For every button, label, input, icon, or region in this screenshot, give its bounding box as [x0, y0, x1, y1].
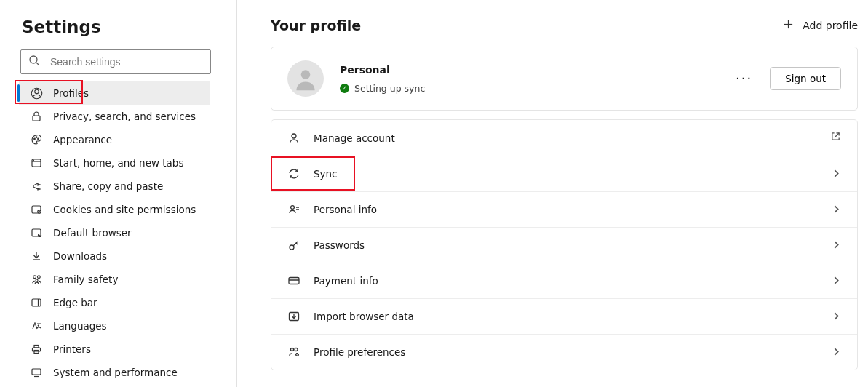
sidebar-item-downloads[interactable]: Downloads: [19, 244, 210, 268]
chevron-right-icon: [832, 274, 841, 288]
cookies-icon: [30, 203, 43, 216]
row-sync[interactable]: Sync: [271, 156, 857, 191]
person-card-icon: [287, 203, 303, 216]
sidebar-item-label: Cookies and site permissions: [53, 204, 196, 215]
sidebar-item-printers[interactable]: Printers: [19, 338, 210, 361]
sidebar-item-edgebar[interactable]: Edge bar: [19, 291, 210, 314]
settings-sidebar: Settings Profiles Privacy, search, and s…: [0, 0, 237, 387]
chevron-right-icon: [832, 239, 841, 252]
svg-point-29: [292, 134, 296, 138]
chevron-right-icon: [832, 310, 841, 324]
svg-rect-4: [33, 116, 40, 121]
profiles-icon: [30, 87, 43, 100]
chevron-right-icon: [832, 167, 841, 181]
sidebar-item-languages[interactable]: Languages: [19, 314, 210, 338]
sync-status-icon: ✓: [340, 84, 349, 93]
svg-point-17: [37, 275, 40, 278]
more-options-button[interactable]: ···: [736, 72, 752, 85]
sidebar-item-default-browser[interactable]: Default browser: [19, 221, 210, 244]
printer-icon: [30, 343, 43, 356]
sidebar-item-label: Appearance: [53, 134, 112, 145]
sidebar-item-start-home[interactable]: Start, home, and new tabs: [19, 151, 210, 175]
sidebar-item-system[interactable]: System and performance: [19, 361, 210, 384]
svg-point-10: [33, 160, 34, 161]
external-link-icon: [830, 131, 841, 145]
row-label: Passwords: [314, 239, 832, 251]
card-icon: [287, 274, 303, 287]
svg-point-28: [301, 70, 311, 79]
row-label: Import browser data: [314, 311, 832, 322]
svg-point-38: [291, 348, 294, 351]
svg-point-6: [36, 137, 37, 138]
svg-point-16: [33, 275, 36, 278]
svg-rect-19: [32, 299, 41, 306]
profile-rows: Manage account Sync: [271, 119, 858, 370]
system-icon: [30, 366, 43, 379]
svg-point-5: [34, 138, 36, 140]
row-personal-info[interactable]: Personal info: [271, 191, 857, 227]
row-preferences[interactable]: Profile preferences: [271, 334, 857, 370]
sidebar-item-label: Start, home, and new tabs: [53, 157, 183, 169]
sidebar-item-label: Edge bar: [53, 297, 97, 308]
sidebar-item-share[interactable]: Share, copy and paste: [19, 175, 210, 198]
svg-point-31: [291, 206, 295, 210]
sidebar-item-label: Printers: [53, 343, 91, 355]
row-label: Manage account: [314, 132, 830, 144]
sidebar-item-family[interactable]: Family safety: [19, 268, 210, 291]
sidebar-item-label: Family safety: [53, 274, 118, 285]
row-label: Profile preferences: [314, 346, 832, 358]
svg-rect-21: [33, 348, 41, 351]
row-manage-account[interactable]: Manage account: [271, 120, 857, 156]
row-label: Sync: [314, 168, 832, 180]
svg-rect-35: [289, 278, 299, 284]
sidebar-item-profiles[interactable]: Profiles: [19, 81, 210, 105]
sync-icon: [287, 167, 303, 180]
svg-rect-22: [34, 346, 39, 348]
download-icon: [30, 250, 43, 263]
share-icon: [30, 180, 43, 193]
sidebar-item-label: Privacy, search, and services: [53, 111, 196, 122]
sync-status-text: Setting up sync: [354, 83, 425, 94]
import-icon: [287, 310, 303, 323]
search-icon: [28, 55, 40, 69]
window-icon: [30, 156, 43, 169]
chevron-right-icon: [832, 346, 841, 359]
sidebar-item-privacy[interactable]: Privacy, search, and services: [19, 105, 210, 128]
svg-line-1: [36, 63, 39, 65]
svg-point-39: [295, 348, 298, 351]
sidebar-item-label: System and performance: [53, 367, 178, 378]
sidebar-item-label: Default browser: [53, 227, 132, 239]
profile-name: Personal: [340, 64, 736, 76]
sidebar-item-cookies[interactable]: Cookies and site permissions: [19, 198, 210, 221]
palette-icon: [30, 133, 43, 146]
row-label: Payment info: [314, 275, 832, 287]
languages-icon: [30, 319, 43, 332]
row-payment[interactable]: Payment info: [271, 263, 857, 298]
signout-button[interactable]: Sign out: [770, 67, 841, 90]
row-label: Personal info: [314, 204, 832, 215]
sidebar-item-appearance[interactable]: Appearance: [19, 128, 210, 151]
add-profile-label: Add profile: [803, 20, 858, 31]
profile-card: Personal ✓ Setting up sync ··· Sign out: [271, 47, 858, 111]
settings-title: Settings: [22, 17, 236, 36]
search-settings-box[interactable]: [20, 49, 211, 74]
chevron-right-icon: [832, 203, 841, 217]
sidebar-item-label: Downloads: [53, 250, 107, 262]
add-profile-button[interactable]: Add profile: [783, 19, 858, 32]
page-title: Your profile: [271, 17, 361, 33]
key-icon: [287, 239, 303, 252]
svg-rect-24: [32, 369, 41, 375]
avatar: [287, 60, 324, 97]
svg-point-7: [38, 138, 39, 140]
sidebar-item-label: Languages: [53, 320, 107, 332]
svg-line-30: [835, 133, 840, 137]
svg-point-0: [30, 56, 37, 63]
edgebar-icon: [30, 296, 43, 309]
profile-main: Your profile Add profile Personal ✓ Sett…: [237, 0, 868, 387]
search-input[interactable]: [50, 56, 203, 68]
sidebar-item-label: Share, copy and paste: [53, 180, 163, 192]
preferences-icon: [287, 346, 303, 359]
row-import[interactable]: Import browser data: [271, 298, 857, 334]
row-passwords[interactable]: Passwords: [271, 227, 857, 263]
family-icon: [30, 273, 43, 286]
